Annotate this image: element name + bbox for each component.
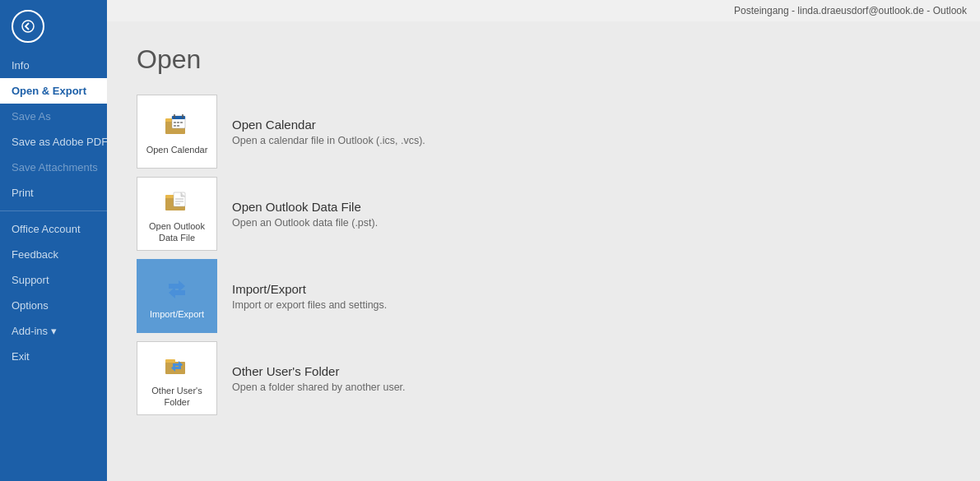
other-users-folder-text: Other User's Folder Open a folder shared… bbox=[232, 364, 406, 393]
outlook-data-icon bbox=[162, 184, 192, 218]
topbar: Posteingang - linda.draeusdorf@outlook.d… bbox=[107, 0, 980, 21]
open-data-file-heading: Open Outlook Data File bbox=[232, 200, 378, 214]
open-calendar-label: Open Calendar bbox=[146, 145, 208, 155]
page-title: Open bbox=[137, 44, 950, 75]
sidebar-item-print[interactable]: Print bbox=[0, 180, 107, 206]
content-area: Open bbox=[107, 21, 980, 481]
svg-rect-9 bbox=[180, 122, 183, 123]
svg-rect-8 bbox=[177, 122, 179, 123]
other-users-folder-row: Other User's Folder Other User's Folder … bbox=[137, 341, 950, 415]
import-export-button[interactable]: Import/Export bbox=[137, 259, 217, 333]
sidebar-item-office-account[interactable]: Office Account bbox=[0, 216, 107, 242]
sidebar-item-support[interactable]: Support bbox=[0, 267, 107, 293]
svg-point-0 bbox=[22, 21, 34, 32]
sidebar-item-open-export[interactable]: Open & Export bbox=[0, 78, 107, 104]
open-calendar-text: Open Calendar Open a calendar file in Ou… bbox=[232, 118, 425, 146]
back-button[interactable] bbox=[12, 10, 44, 43]
sidebar: Info Open & Export Save As Save as Adobe… bbox=[0, 0, 107, 481]
open-data-file-label: Open Outlook Data File bbox=[141, 221, 213, 243]
other-users-folder-label: Other User's Folder bbox=[141, 386, 213, 407]
sidebar-item-save-attachments: Save Attachments bbox=[0, 155, 107, 180]
sidebar-item-save-as: Save As bbox=[0, 104, 107, 129]
other-users-folder-heading: Other User's Folder bbox=[232, 364, 406, 378]
import-export-desc: Import or export files and settings. bbox=[232, 299, 387, 311]
open-data-file-desc: Open an Outlook data file (.pst). bbox=[232, 217, 378, 229]
topbar-info: Posteingang - linda.draeusdorf@outlook.d… bbox=[734, 5, 967, 16]
open-calendar-heading: Open Calendar bbox=[232, 118, 425, 132]
open-calendar-desc: Open a calendar file in Outlook (.ics, .… bbox=[232, 135, 425, 146]
import-export-heading: Import/Export bbox=[232, 282, 387, 296]
other-users-folder-button[interactable]: Other User's Folder bbox=[137, 341, 217, 415]
sidebar-item-add-ins[interactable]: Add-ins ▾ bbox=[0, 318, 107, 344]
open-data-file-row: Open Outlook Data File Open Outlook Data… bbox=[137, 177, 950, 251]
svg-rect-19 bbox=[165, 359, 175, 363]
import-export-label: Import/Export bbox=[150, 309, 204, 320]
other-users-folder-desc: Open a folder shared by another user. bbox=[232, 382, 406, 393]
svg-rect-7 bbox=[174, 122, 176, 123]
sidebar-item-save-adobe[interactable]: Save as Adobe PDF bbox=[0, 129, 107, 155]
other-users-folder-icon bbox=[162, 349, 192, 382]
import-export-row: Import/Export Import/Export Import or ex… bbox=[137, 259, 950, 333]
svg-rect-11 bbox=[177, 125, 179, 127]
main-panel: Posteingang - linda.draeusdorf@outlook.d… bbox=[107, 0, 980, 481]
sidebar-item-options[interactable]: Options bbox=[0, 293, 107, 318]
open-calendar-row: Open Calendar Open Calendar Open a calen… bbox=[137, 95, 950, 169]
sidebar-item-feedback[interactable]: Feedback bbox=[0, 242, 107, 267]
open-calendar-button[interactable]: Open Calendar bbox=[137, 95, 217, 169]
import-export-text: Import/Export Import or export files and… bbox=[232, 282, 387, 311]
open-data-file-button[interactable]: Open Outlook Data File bbox=[137, 177, 217, 251]
import-export-icon bbox=[162, 272, 192, 306]
svg-rect-10 bbox=[174, 125, 176, 127]
calendar-icon bbox=[162, 108, 192, 141]
open-data-file-text: Open Outlook Data File Open an Outlook d… bbox=[232, 200, 378, 229]
sidebar-item-exit[interactable]: Exit bbox=[0, 344, 107, 369]
sidebar-item-info[interactable]: Info bbox=[0, 53, 107, 78]
